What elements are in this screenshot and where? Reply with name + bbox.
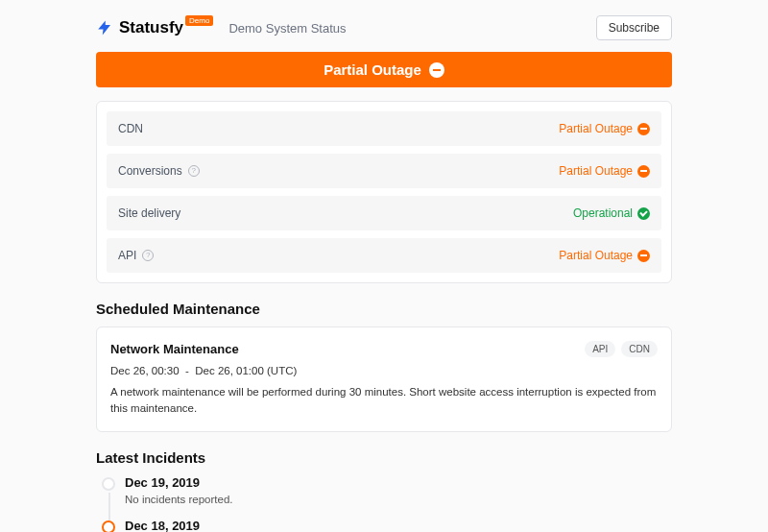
status-banner: Partial Outage [96, 52, 672, 87]
system-status-text: Operational [573, 206, 633, 220]
maintenance-card: Network Maintenance APICDN Dec 26, 00:30… [96, 326, 672, 432]
page-subtitle: Demo System Status [228, 21, 346, 36]
system-row: ConversionsPartial Outage [107, 154, 661, 188]
scheduled-maintenance-heading: Scheduled Maintenance [96, 301, 672, 317]
help-icon[interactable] [142, 250, 154, 261]
maintenance-time-start: Dec 26, 00:30 [110, 365, 180, 376]
system-row: Site deliveryOperational [107, 196, 661, 230]
help-icon[interactable] [188, 165, 200, 177]
brand-badge: Demo [185, 15, 213, 26]
system-status-text: Partial Outage [559, 164, 633, 178]
tag[interactable]: API [585, 341, 615, 357]
tag[interactable]: CDN [621, 341, 658, 357]
maintenance-time: Dec 26, 00:30 - Dec 26, 01:00 (UTC) [110, 365, 658, 376]
brand-name: Statusfy [119, 18, 183, 37]
maintenance-title[interactable]: Network Maintenance [110, 342, 239, 356]
incident-date[interactable]: Dec 18, 2019 [125, 519, 672, 533]
systems-card: CDNPartial OutageConversionsPartial Outa… [96, 101, 672, 283]
system-status-text: Partial Outage [559, 249, 633, 262]
check-circle-icon [637, 207, 650, 220]
latest-incidents-heading: Latest Incidents [96, 449, 672, 466]
lightning-icon [96, 19, 113, 36]
system-row: APIPartial Outage [107, 238, 661, 273]
system-name: CDN [118, 122, 143, 135]
minus-circle-icon [637, 165, 650, 178]
incident-item: Dec 18, 2019 [102, 519, 672, 533]
timeline-dot-icon [102, 477, 115, 491]
maintenance-time-end: Dec 26, 01:00 (UTC) [195, 365, 297, 376]
maintenance-description: A network maintenance will be performed … [110, 384, 658, 418]
minus-circle-icon [637, 250, 650, 262]
brand: Statusfy Demo Demo System Status [96, 18, 347, 37]
header: Statusfy Demo Demo System Status Subscri… [96, 15, 672, 52]
subscribe-button[interactable]: Subscribe [596, 15, 672, 40]
incident-item: Dec 19, 2019No incidents reported. [102, 475, 672, 519]
timeline-dot-icon [102, 520, 115, 533]
incident-date[interactable]: Dec 19, 2019 [125, 475, 672, 490]
status-banner-text: Partial Outage [324, 61, 421, 78]
minus-circle-icon [637, 123, 650, 135]
maintenance-tags: APICDN [585, 341, 658, 357]
system-name: Site delivery [118, 206, 180, 220]
system-status-text: Partial Outage [559, 122, 633, 135]
system-name: Conversions [118, 164, 182, 178]
minus-circle-icon [429, 62, 444, 78]
system-row: CDNPartial Outage [107, 111, 661, 146]
maintenance-time-sep: - [185, 365, 189, 376]
incident-list: Dec 19, 2019No incidents reported.Dec 18… [102, 475, 672, 533]
system-name: API [118, 249, 136, 262]
incident-text: No incidents reported. [125, 494, 672, 505]
